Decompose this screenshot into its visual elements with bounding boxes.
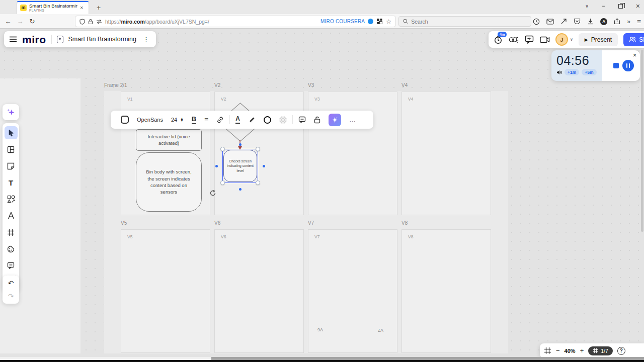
frame-v8-title[interactable]: V8 [401, 220, 408, 226]
sticky-note-tool[interactable] [5, 159, 18, 172]
reload-button[interactable]: ↻ [26, 18, 38, 25]
pocket-icon[interactable] [574, 18, 581, 25]
snap-point-right[interactable] [263, 165, 265, 167]
timer-button[interactable]: 4m [493, 35, 503, 45]
back-button[interactable]: ← [2, 18, 14, 25]
frame-v6[interactable]: V6 [214, 229, 304, 353]
timer-pause-button[interactable] [622, 60, 634, 71]
shape-interactive-lid[interactable]: Interactive lid (voice activated) [136, 129, 202, 151]
snap-point-top[interactable] [239, 143, 242, 146]
timer-add-1m-button[interactable]: +1m [565, 69, 579, 75]
search-input[interactable] [411, 19, 527, 25]
snap-point-left[interactable] [215, 165, 218, 167]
select-tool[interactable] [5, 126, 18, 139]
board-canvas[interactable]: Frame 2/1 V1 V2 V3 V4 V2 V3 V4 V5 V6 V7 … [0, 29, 644, 362]
browser-tab[interactable]: m Smart Bin Brainstorming - Miro PLAYING… [17, 1, 89, 14]
selection-handle-bottom-right[interactable] [256, 180, 260, 185]
font-size-control[interactable]: 24 ▲▼ [167, 117, 188, 123]
miro-logo[interactable]: miro [22, 34, 46, 45]
container-grid-icon[interactable] [376, 18, 383, 25]
selection-handle-top-right[interactable] [256, 147, 260, 151]
frame-v7[interactable]: V7 [308, 229, 397, 353]
link-button[interactable] [212, 116, 228, 124]
shape-picker-button[interactable] [117, 116, 133, 124]
frame-v6-title[interactable]: V6 [214, 220, 220, 226]
present-button[interactable]: ▶ Present [579, 33, 618, 46]
browser-menu-icon[interactable]: ≡ [637, 18, 641, 26]
fit-frames-icon[interactable] [544, 347, 551, 354]
zoom-in-button[interactable]: + [580, 347, 584, 354]
frame-v2-title[interactable]: V2 [214, 82, 220, 88]
extension-a-icon[interactable]: A [600, 18, 607, 25]
bold-button[interactable]: B [188, 116, 200, 123]
timer-sound-icon[interactable] [556, 70, 562, 75]
new-tab-button[interactable]: + [94, 3, 104, 13]
user-menu[interactable]: J ∨ [555, 33, 573, 46]
share-page-icon[interactable] [614, 18, 620, 25]
board-menu-icon[interactable]: ⋮ [141, 36, 151, 43]
window-close-button[interactable]: × [636, 2, 640, 10]
download-icon[interactable] [587, 18, 594, 25]
ai-actions-button[interactable] [325, 114, 345, 126]
permissions-icon[interactable] [96, 19, 102, 24]
frame-v7-title[interactable]: V7 [308, 220, 314, 226]
board-title[interactable]: Smart Bin Brainstorming [68, 36, 136, 43]
lock-icon[interactable] [88, 19, 93, 25]
frame-tool[interactable] [5, 226, 18, 239]
browser-search-bar[interactable] [398, 16, 531, 27]
border-style-button[interactable] [244, 116, 260, 124]
frame-v5[interactable]: V5 [121, 229, 210, 353]
timer-stop-button[interactable] [613, 63, 619, 68]
comment-tool[interactable] [5, 259, 18, 272]
more-options-button[interactable]: … [345, 116, 360, 124]
frame-pagination[interactable]: 1/7 [588, 346, 613, 355]
frame-v3-title[interactable]: V3 [308, 82, 314, 88]
url-bar[interactable]: https://miro.com/app/board/uXjVL7SN_pg=/… [75, 16, 395, 27]
shape-bin-body[interactable]: Bin body with screen, the screen indicat… [136, 152, 202, 212]
snap-point-bottom[interactable] [239, 188, 242, 191]
extensions-overflow-icon[interactable]: » [627, 18, 630, 25]
frame-v3[interactable]: V3 [308, 92, 397, 215]
zoom-out-button[interactable]: − [556, 347, 560, 354]
ai-assist-button[interactable] [3, 104, 19, 120]
text-color-button[interactable]: A [231, 116, 244, 124]
zoom-level[interactable]: 40% [565, 348, 576, 354]
share-button[interactable]: Share [623, 33, 644, 46]
lock-button[interactable] [310, 116, 325, 124]
timer-add-5m-button[interactable]: +5m [582, 69, 596, 75]
mail-icon[interactable] [546, 19, 554, 25]
font-size-down-icon[interactable]: ▼ [180, 120, 183, 122]
main-menu-icon[interactable] [9, 36, 17, 42]
shapes-tool[interactable] [5, 193, 18, 206]
help-button[interactable]: ? [617, 347, 625, 355]
shield-icon[interactable] [79, 19, 85, 25]
templates-tool[interactable] [5, 143, 18, 156]
tab-list-chevron-icon[interactable]: ∨ [585, 4, 589, 9]
text-align-button[interactable]: ≡ [200, 116, 212, 124]
rotate-handle-icon[interactable] [209, 190, 216, 197]
selection-handle-bottom-left[interactable] [220, 180, 225, 185]
bookmark-star-icon[interactable]: ☆ [386, 18, 391, 25]
fill-color-button[interactable] [275, 116, 291, 124]
window-minimize-button[interactable]: − [602, 3, 605, 10]
comment-button[interactable] [294, 116, 310, 123]
font-family-dropdown[interactable]: OpenSans [133, 117, 167, 123]
frame-v4[interactable]: V4 [401, 92, 491, 215]
tab-close-icon[interactable]: × [80, 5, 83, 11]
comments-panel-button[interactable] [524, 35, 534, 45]
parent-frame-title[interactable]: Frame 2/1 [104, 82, 127, 88]
border-color-button[interactable] [260, 116, 275, 124]
pen-tool[interactable] [5, 209, 18, 222]
text-tool[interactable]: T [5, 176, 18, 189]
avatar[interactable]: J [555, 33, 568, 46]
expand-arrow-icon[interactable] [560, 18, 567, 25]
undo-button[interactable]: ↶ [8, 279, 14, 287]
selection-handle-top-left[interactable] [220, 147, 225, 151]
frame-v5-title[interactable]: V5 [121, 220, 127, 226]
timer-close-icon[interactable]: × [633, 52, 636, 59]
window-restore-button[interactable] [618, 4, 623, 9]
frame-v4-title[interactable]: V4 [401, 82, 408, 88]
video-chat-button[interactable] [540, 35, 550, 45]
history-clock-icon[interactable] [533, 18, 540, 25]
stickers-tool[interactable] [5, 242, 18, 255]
